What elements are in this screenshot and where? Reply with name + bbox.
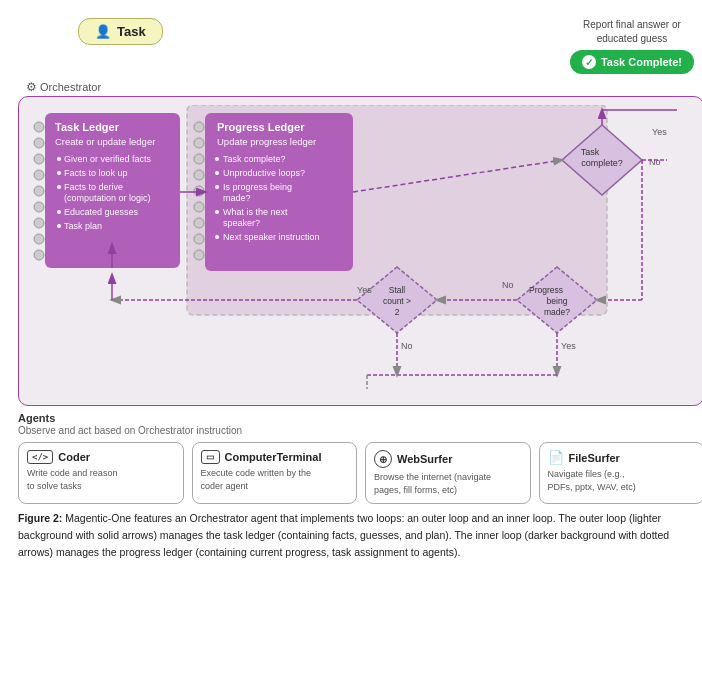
agents-row: </> Coder Write code and reasonto solve … [18, 442, 702, 504]
websurfer-desc: Browse the internet (navigatepages, fill… [374, 471, 522, 496]
svg-text:What is the next: What is the next [223, 207, 288, 217]
report-text: Report final answer oreducated guess [583, 18, 681, 46]
svg-text:Is progress being: Is progress being [223, 182, 292, 192]
gear-icon: ⚙ [26, 80, 37, 94]
svg-point-37 [215, 157, 219, 161]
svg-point-7 [34, 186, 44, 196]
caption-text: Magentic-One features an Orchestrator ag… [18, 512, 669, 558]
svg-text:Task: Task [581, 147, 600, 157]
svg-text:Unproductive loops?: Unproductive loops? [223, 168, 305, 178]
svg-point-11 [34, 250, 44, 260]
svg-point-4 [34, 138, 44, 148]
coder-desc: Write code and reasonto solve tasks [27, 467, 175, 492]
svg-point-27 [194, 138, 204, 148]
svg-text:Task plan: Task plan [64, 221, 102, 231]
agent-coder: </> Coder Write code and reasonto solve … [18, 442, 184, 504]
svg-point-47 [215, 235, 219, 239]
svg-point-41 [215, 185, 219, 189]
svg-point-26 [194, 122, 204, 132]
svg-point-34 [194, 250, 204, 260]
task-box: 👤 Task [78, 18, 163, 45]
svg-text:complete?: complete? [581, 158, 623, 168]
agents-label: Agents [18, 412, 702, 424]
svg-text:2: 2 [395, 307, 400, 317]
svg-point-10 [34, 234, 44, 244]
svg-point-31 [194, 202, 204, 212]
task-complete-label: Task Complete! [601, 56, 682, 68]
svg-point-30 [194, 186, 204, 196]
svg-text:No: No [401, 341, 413, 351]
svg-text:Progress Ledger: Progress Ledger [217, 121, 305, 133]
svg-text:Facts to look up: Facts to look up [64, 168, 128, 178]
agent-terminal-header: ▭ ComputerTerminal [201, 450, 349, 464]
agents-section: Agents Observe and act based on Orchestr… [18, 412, 702, 504]
orchestrator-label: ⚙ Orchestrator [26, 80, 702, 94]
agent-web-surfer: ⊕ WebSurfer Browse the internet (navigat… [365, 442, 531, 504]
svg-text:No: No [502, 280, 514, 290]
svg-text:Task Ledger: Task Ledger [55, 121, 120, 133]
svg-point-29 [194, 170, 204, 180]
task-label: Task [117, 24, 146, 39]
terminal-desc: Execute code written by thecoder agent [201, 467, 349, 492]
agents-sublabel: Observe and act based on Orchestrator in… [18, 425, 702, 436]
svg-text:(computation or logic): (computation or logic) [64, 193, 151, 203]
svg-text:No: No [649, 157, 661, 167]
svg-point-5 [34, 154, 44, 164]
svg-text:Yes: Yes [561, 341, 576, 351]
svg-text:Yes: Yes [652, 127, 667, 137]
svg-point-32 [194, 218, 204, 228]
svg-point-44 [215, 210, 219, 214]
terminal-icon: ▭ [201, 450, 220, 464]
svg-point-6 [34, 170, 44, 180]
agent-computer-terminal: ▭ ComputerTerminal Execute code written … [192, 442, 358, 504]
agent-filesurfer-header: 📄 FileSurfer [548, 450, 696, 465]
svg-point-28 [194, 154, 204, 164]
svg-text:Task complete?: Task complete? [223, 154, 286, 164]
svg-text:made?: made? [223, 193, 251, 203]
svg-text:speaker?: speaker? [223, 218, 260, 228]
agent-file-surfer: 📄 FileSurfer Navigate files (e.g.,PDFs, … [539, 442, 703, 504]
filesurfer-desc: Navigate files (e.g.,PDFs, pptx, WAV, et… [548, 468, 696, 493]
websurfer-name: WebSurfer [397, 453, 452, 465]
svg-point-21 [57, 210, 61, 214]
user-icon: 👤 [95, 24, 111, 39]
svg-point-33 [194, 234, 204, 244]
svg-point-8 [34, 202, 44, 212]
svg-text:made?: made? [544, 307, 570, 317]
coder-icon: </> [27, 450, 53, 464]
terminal-name: ComputerTerminal [225, 451, 322, 463]
svg-point-18 [57, 185, 61, 189]
svg-text:Stall: Stall [389, 285, 406, 295]
outer-box: Task Ledger Create or update ledger Give… [18, 96, 702, 406]
filesurfer-icon: 📄 [548, 450, 564, 465]
caption: Figure 2: Magentic-One features an Orche… [18, 510, 702, 560]
svg-text:Educated guesses: Educated guesses [64, 207, 139, 217]
svg-point-39 [215, 171, 219, 175]
caption-label: Figure 2: [18, 512, 62, 524]
svg-point-14 [57, 157, 61, 161]
svg-text:Next speaker instruction: Next speaker instruction [223, 232, 320, 242]
top-right: Report final answer oreducated guess ✓ T… [570, 18, 694, 74]
svg-text:Facts to derive: Facts to derive [64, 182, 123, 192]
task-complete-button[interactable]: ✓ Task Complete! [570, 50, 694, 74]
svg-text:Given or verified facts: Given or verified facts [64, 154, 152, 164]
agent-websurfer-header: ⊕ WebSurfer [374, 450, 522, 468]
svg-point-9 [34, 218, 44, 228]
svg-text:Progress: Progress [529, 285, 563, 295]
svg-point-16 [57, 171, 61, 175]
svg-text:count >: count > [383, 296, 411, 306]
coder-name: Coder [58, 451, 90, 463]
svg-text:Update progress ledger: Update progress ledger [217, 136, 316, 147]
svg-text:Create or update ledger: Create or update ledger [55, 136, 155, 147]
svg-point-23 [57, 224, 61, 228]
svg-point-3 [34, 122, 44, 132]
check-icon: ✓ [582, 55, 596, 69]
svg-text:being: being [547, 296, 568, 306]
websurfer-icon: ⊕ [374, 450, 392, 468]
svg-text:Yes: Yes [357, 285, 372, 295]
agent-coder-header: </> Coder [27, 450, 175, 464]
filesurfer-name: FileSurfer [569, 452, 620, 464]
